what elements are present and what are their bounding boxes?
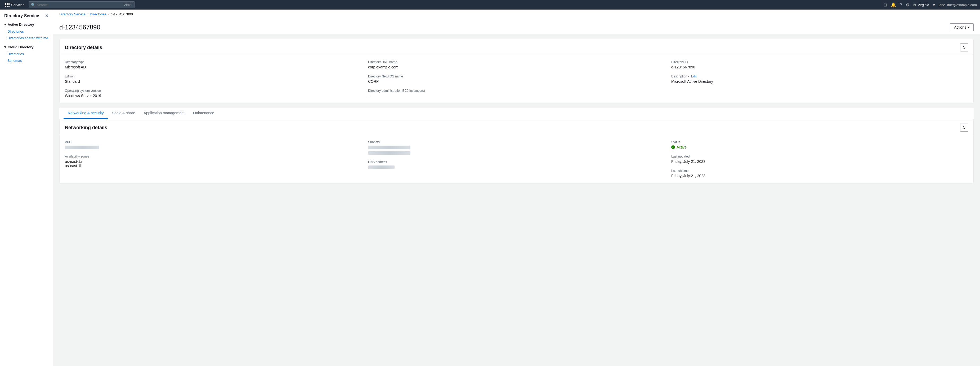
sidebar-active-directory-toggle[interactable]: ▾ Active Directory xyxy=(0,21,53,28)
chevron-down-icon: ▾ xyxy=(933,2,935,7)
active-directory-label: Active Directory xyxy=(8,22,34,27)
detail-admin-ec2: Directory administration EC2 instance(s)… xyxy=(368,89,665,98)
grid-icon xyxy=(5,3,10,7)
detail-netbios: Directory NetBIOS name CORP xyxy=(368,75,665,83)
tab-application-management[interactable]: Application management xyxy=(140,108,189,119)
breadcrumb-separator-2: › xyxy=(108,12,109,16)
detail-edition: Edition Standard xyxy=(65,75,362,83)
detail-last-updated: Last updated Friday, July 21, 2023 xyxy=(671,155,968,164)
page-title: d-1234567890 xyxy=(59,24,100,31)
sidebar-close-button[interactable]: ✕ xyxy=(45,13,48,18)
detail-launch-time: Launch time Friday, July 21, 2023 xyxy=(671,169,968,178)
sidebar-header: Directory Service ✕ xyxy=(0,10,53,21)
detail-description: Description - Edit Microsoft Active Dire… xyxy=(671,75,968,83)
tab-networking-security[interactable]: Networking & security xyxy=(64,108,108,119)
status-active-badge: ✓ Active xyxy=(671,145,968,149)
detail-edition-label: Edition xyxy=(65,75,362,78)
detail-admin-ec2-label: Directory administration EC2 instance(s) xyxy=(368,89,665,93)
detail-netbios-label: Directory NetBIOS name xyxy=(368,75,665,78)
arrow-down-icon: ▾ xyxy=(4,22,6,27)
directory-details-card: Directory details ↻ Directory type Micro… xyxy=(59,39,974,104)
detail-directory-id-value: d-1234567890 xyxy=(671,65,968,69)
search-input[interactable] xyxy=(37,3,123,7)
networking-details-refresh-button[interactable]: ↻ xyxy=(960,124,968,131)
detail-os-value: Windows Server 2019 xyxy=(65,94,362,98)
user-email[interactable]: jane_doe@example.com xyxy=(939,3,977,7)
bell-icon[interactable]: 🔔 xyxy=(891,2,896,7)
services-menu[interactable]: Services xyxy=(3,3,27,7)
detail-vpc: VPC xyxy=(65,140,362,149)
networking-col-2: Subnets DNS address xyxy=(368,140,665,178)
status-value: Active xyxy=(676,145,687,149)
detail-last-updated-label: Last updated xyxy=(671,155,968,158)
subnet-id-2-blurred xyxy=(368,151,410,155)
sidebar-item-schemas[interactable]: Schemas xyxy=(0,57,53,64)
detail-directory-id: Directory ID d-1234567890 xyxy=(671,60,968,69)
arrow-down-icon-2: ▾ xyxy=(4,45,6,49)
description-edit-link[interactable]: Edit xyxy=(691,75,697,78)
detail-admin-ec2-value: - xyxy=(368,94,665,98)
directory-details-refresh-button[interactable]: ↻ xyxy=(960,43,968,51)
detail-col-1: Directory type Microsoft AD Edition Stan… xyxy=(65,60,362,98)
detail-col-3: Directory ID d-1234567890 Description - … xyxy=(671,60,968,98)
detail-dns-address-label: DNS address xyxy=(368,160,665,164)
networking-col-1: VPC Availability zones us-east-1a us-eas… xyxy=(65,140,362,178)
tab-maintenance[interactable]: Maintenance xyxy=(189,108,218,119)
actions-button[interactable]: Actions ▾ xyxy=(950,23,974,31)
detail-az-value-1: us-east-1a xyxy=(65,160,362,164)
main-layout: Directory Service ✕ ▾ Active Directory D… xyxy=(0,10,980,366)
detail-netbios-value: CORP xyxy=(368,79,665,83)
tab-scale-share[interactable]: Scale & share xyxy=(108,108,139,119)
status-check-icon: ✓ xyxy=(671,145,675,149)
detail-directory-id-label: Directory ID xyxy=(671,60,968,64)
detail-status: Status ✓ Active xyxy=(671,140,968,149)
screen-icon[interactable]: ⊡ xyxy=(884,2,887,7)
networking-col-3: Status ✓ Active Last updated Friday, Jul… xyxy=(671,140,968,178)
detail-dns-name: Directory DNS name corp.example.com xyxy=(368,60,665,69)
detail-az-label: Availability zones xyxy=(65,155,362,158)
networking-details-card-header: Networking details ↻ xyxy=(60,119,974,135)
search-shortcut: [Alt+S] xyxy=(123,3,132,6)
directory-details-card-header: Directory details ↻ xyxy=(60,39,974,55)
actions-chevron-icon: ▾ xyxy=(968,25,970,29)
detail-launch-time-label: Launch time xyxy=(671,169,968,173)
detail-subnets-label: Subnets xyxy=(368,140,665,144)
directory-details-title: Directory details xyxy=(65,45,102,50)
actions-label: Actions xyxy=(954,25,966,29)
help-icon[interactable]: ? xyxy=(900,2,902,7)
detail-directory-type-label: Directory type xyxy=(65,60,362,64)
cloud-directory-label: Cloud Directory xyxy=(8,45,33,49)
detail-directory-type: Directory type Microsoft AD xyxy=(65,60,362,69)
breadcrumb-link-directory-service[interactable]: Directory Service xyxy=(59,12,86,16)
settings-icon[interactable]: ⚙ xyxy=(906,2,910,7)
detail-edition-value: Standard xyxy=(65,79,362,83)
directory-details-grid: Directory type Microsoft AD Edition Stan… xyxy=(60,55,974,103)
sidebar-item-directories-cloud[interactable]: Directories xyxy=(0,51,53,57)
region-selector[interactable]: N. Virginia xyxy=(913,3,929,7)
networking-details-card: Networking details ↻ VPC Availability zo… xyxy=(59,119,974,184)
detail-subnet-value-2 xyxy=(368,150,665,155)
services-label: Services xyxy=(11,3,24,7)
detail-vpc-value xyxy=(65,145,362,149)
detail-col-2: Directory DNS name corp.example.com Dire… xyxy=(368,60,665,98)
tabs: Networking & security Scale & share Appl… xyxy=(59,108,974,119)
breadcrumb-separator-1: › xyxy=(87,12,88,16)
networking-details-title: Networking details xyxy=(65,125,107,131)
sidebar: Directory Service ✕ ▾ Active Directory D… xyxy=(0,10,53,366)
sidebar-cloud-directory-toggle[interactable]: ▾ Cloud Directory xyxy=(0,43,53,51)
detail-az-value-2: us-east-1b xyxy=(65,164,362,168)
vpc-id-blurred xyxy=(65,145,99,149)
sidebar-item-directories-ad[interactable]: Directories xyxy=(0,28,53,35)
breadcrumb: Directory Service › Directories › d-1234… xyxy=(53,10,980,19)
detail-status-label: Status xyxy=(671,140,968,144)
search-bar[interactable]: 🔍 [Alt+S] xyxy=(29,1,135,8)
detail-subnet-value-1 xyxy=(368,145,665,149)
networking-details-grid: VPC Availability zones us-east-1a us-eas… xyxy=(60,135,974,183)
detail-directory-type-value: Microsoft AD xyxy=(65,65,362,69)
breadcrumb-link-directories[interactable]: Directories xyxy=(90,12,106,16)
detail-subnets: Subnets xyxy=(368,140,665,155)
search-icon: 🔍 xyxy=(31,3,35,7)
subnet-id-1-blurred xyxy=(368,145,410,149)
detail-dns-address: DNS address xyxy=(368,160,665,169)
sidebar-item-directories-shared[interactable]: Directories shared with me xyxy=(0,35,53,42)
